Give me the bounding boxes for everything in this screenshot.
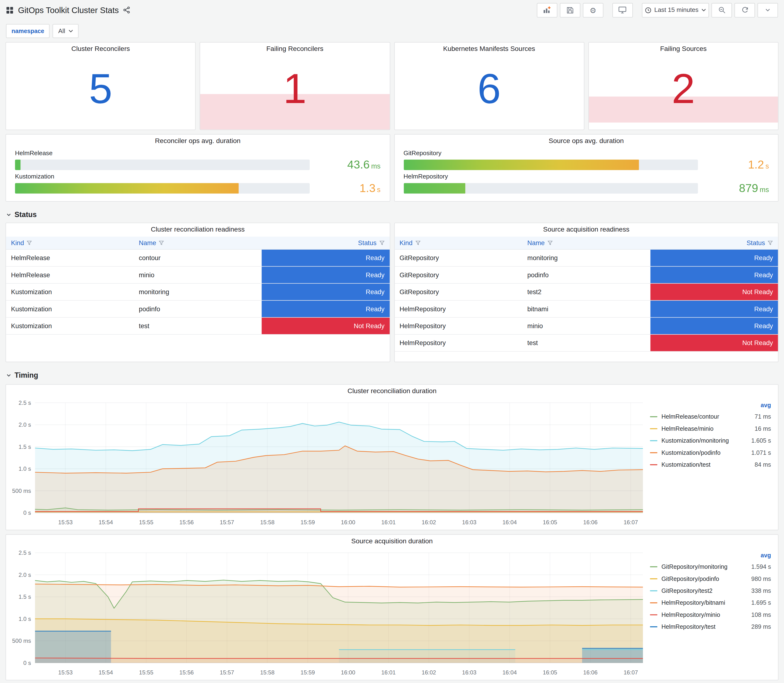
legend-series-name[interactable]: HelmRepository/test xyxy=(661,623,715,630)
zoom-out-icon xyxy=(718,6,725,13)
gauge-track xyxy=(15,183,309,194)
filter-funnel-icon[interactable] xyxy=(415,240,420,245)
legend-item[interactable]: Kustomization/monitoring1.605 s xyxy=(650,435,771,447)
section-status-label: Status xyxy=(14,211,37,219)
legend-series-name[interactable]: HelmRelease/contour xyxy=(661,413,719,420)
stat-panel-title[interactable]: Kubernetes Manifests Sources xyxy=(394,43,584,56)
svg-text:0 s: 0 s xyxy=(23,510,31,516)
table-panel-title[interactable]: Source acquisition readiness xyxy=(394,223,778,236)
variables-row: namespace All xyxy=(6,24,778,38)
legend-series-swatch xyxy=(650,566,657,568)
chart-panel-title[interactable]: Cluster reconciliation duration xyxy=(6,385,778,398)
add-panel-button[interactable] xyxy=(537,3,557,18)
svg-text:15:54: 15:54 xyxy=(99,669,113,676)
legend-item[interactable]: GitRepository/podinfo980 ms xyxy=(650,573,771,585)
chart-plot-area[interactable]: 0 s500 ms1.0 s1.5 s2.0 s2.5 s15:5315:541… xyxy=(6,548,648,679)
legend-series-name[interactable]: HelmRepository/bitnami xyxy=(661,599,725,606)
column-header-label: Kind xyxy=(11,239,24,247)
cycle-view-button[interactable] xyxy=(612,3,633,18)
legend-item[interactable]: HelmRepository/minio108 ms xyxy=(650,609,771,620)
table-panel-title[interactable]: Cluster reconciliation readiness xyxy=(6,223,390,236)
legend-item[interactable]: Kustomization/test84 ms xyxy=(650,459,771,471)
save-icon xyxy=(566,6,574,14)
legend-series-name[interactable]: Kustomization/test xyxy=(661,461,710,468)
cell-status: Not Ready xyxy=(650,335,778,351)
chevron-down-icon xyxy=(765,8,770,12)
cell-name: monitoring xyxy=(523,250,650,266)
legend-item[interactable]: Kustomization/podinfo1.071 s xyxy=(650,447,771,459)
svg-text:16:00: 16:00 xyxy=(341,669,355,676)
legend-series-name[interactable]: HelmRepository/minio xyxy=(661,611,720,618)
filter-funnel-icon[interactable] xyxy=(547,240,553,245)
chart-plot-area[interactable]: 0 s500 ms1.0 s1.5 s2.0 s2.5 s15:5315:541… xyxy=(6,398,648,529)
svg-text:15:58: 15:58 xyxy=(260,669,274,676)
refresh-interval-button[interactable] xyxy=(758,3,778,18)
stat-panel-title[interactable]: Cluster Reconcilers xyxy=(6,43,195,56)
legend-series-name[interactable]: Kustomization/monitoring xyxy=(661,437,729,444)
table-row: GitRepositorytest2Not Ready xyxy=(394,284,778,301)
gauge-value: 43.6ms xyxy=(317,158,381,172)
share-icon[interactable] xyxy=(123,6,130,13)
svg-text:16:06: 16:06 xyxy=(583,519,597,526)
gauge-value-number: 1.3 xyxy=(359,181,375,195)
chevron-down-icon xyxy=(701,8,706,12)
filter-funnel-icon[interactable] xyxy=(379,240,385,245)
column-header-status[interactable]: Status xyxy=(650,237,778,249)
variable-namespace-select[interactable]: All xyxy=(53,24,79,38)
svg-text:16:05: 16:05 xyxy=(543,519,557,526)
time-picker-button[interactable]: Last 15 minutes xyxy=(642,3,709,18)
filter-funnel-icon[interactable] xyxy=(26,240,32,245)
time-range-label: Last 15 minutes xyxy=(654,6,699,13)
table-row: KustomizationpodinfoReady xyxy=(6,301,390,317)
refresh-button[interactable] xyxy=(734,3,755,18)
svg-text:16:04: 16:04 xyxy=(502,519,517,526)
legend-series-name[interactable]: HelmRelease/minio xyxy=(661,425,713,432)
legend-item[interactable]: GitRepository/monitoring1.594 s xyxy=(650,561,771,572)
legend-item[interactable]: HelmRelease/contour71 ms xyxy=(650,411,771,423)
svg-text:15:55: 15:55 xyxy=(139,519,153,526)
legend-series-name[interactable]: GitRepository/podinfo xyxy=(661,575,719,582)
dashboard-settings-button[interactable]: ⚙ xyxy=(583,3,603,18)
section-status[interactable]: Status xyxy=(6,210,778,220)
column-header-kind[interactable]: Kind xyxy=(6,237,134,249)
chart-legend: avgHelmRelease/contour71 msHelmRelease/m… xyxy=(648,398,778,530)
svg-text:0 s: 0 s xyxy=(23,660,31,666)
filter-funnel-icon[interactable] xyxy=(768,240,773,245)
variable-namespace-label: namespace xyxy=(6,24,50,38)
svg-text:500 ms: 500 ms xyxy=(12,638,31,644)
svg-text:16:00: 16:00 xyxy=(341,519,355,526)
legend-item[interactable]: GitRepository/test2338 ms xyxy=(650,585,771,596)
column-header-name[interactable]: Name xyxy=(523,237,650,249)
chart-panel-title[interactable]: Source acquisition duration xyxy=(6,535,778,548)
section-timing[interactable]: Timing xyxy=(6,370,778,380)
chart-body: 0 s500 ms1.0 s1.5 s2.0 s2.5 s15:5315:541… xyxy=(6,398,778,530)
gauge-panel-title[interactable]: Source ops avg. duration xyxy=(394,135,778,148)
legend-avg-header: avg xyxy=(650,550,771,561)
stat-panel-title[interactable]: Failing Reconcilers xyxy=(200,43,390,56)
stat-panel-cluster-reconcilers: Cluster Reconcilers5 xyxy=(5,42,196,130)
legend-item[interactable]: HelmRelease/minio16 ms xyxy=(650,423,771,434)
gauge-row-label: HelmRelease xyxy=(15,150,381,157)
column-header-name[interactable]: Name xyxy=(134,237,261,249)
zoom-out-button[interactable] xyxy=(712,3,732,18)
column-header-status[interactable]: Status xyxy=(261,237,390,249)
svg-text:16:01: 16:01 xyxy=(381,519,396,526)
legend-item[interactable]: HelmRepository/test289 ms xyxy=(650,621,771,633)
legend-series-avg: 980 ms xyxy=(751,575,771,582)
legend-series-name[interactable]: GitRepository/monitoring xyxy=(661,563,728,570)
cell-status: Not Ready xyxy=(261,318,390,334)
legend-series-avg: 1.695 s xyxy=(751,599,771,606)
save-dashboard-button[interactable] xyxy=(560,3,580,18)
svg-text:1.5 s: 1.5 s xyxy=(19,444,31,450)
gauge-panel-title[interactable]: Reconciler ops avg. duration xyxy=(6,135,390,148)
cell-name: podinfo xyxy=(134,301,261,317)
legend-item[interactable]: HelmRepository/bitnami1.695 s xyxy=(650,597,771,609)
legend-series-name[interactable]: Kustomization/podinfo xyxy=(661,449,720,456)
legend-series-name[interactable]: GitRepository/test2 xyxy=(661,587,713,594)
column-header-kind[interactable]: Kind xyxy=(394,237,523,249)
filter-funnel-icon[interactable] xyxy=(159,240,164,245)
stat-panel-title[interactable]: Failing Sources xyxy=(589,43,778,56)
apps-grid-icon[interactable] xyxy=(6,6,14,14)
legend-series-swatch xyxy=(650,602,657,603)
legend-series-swatch xyxy=(650,452,657,453)
